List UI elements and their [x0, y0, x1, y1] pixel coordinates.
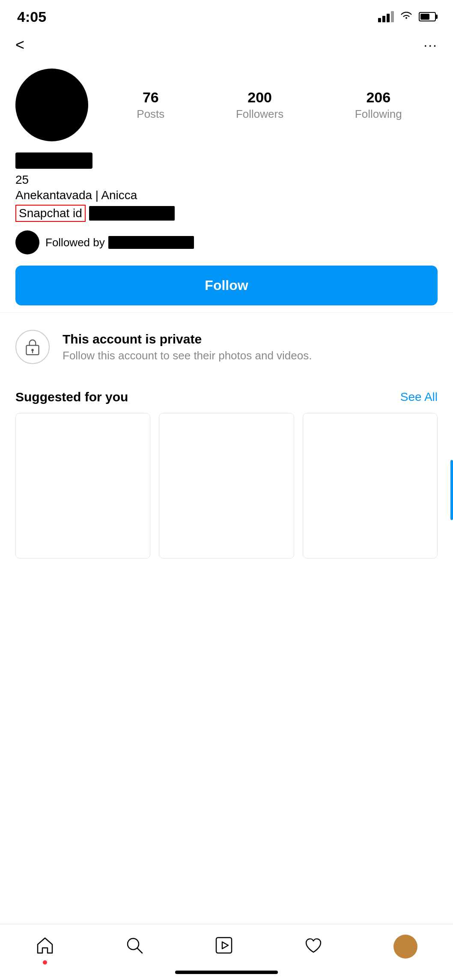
status-bar: 4:05	[0, 0, 453, 30]
nav-reels[interactable]	[215, 936, 233, 958]
home-bar	[175, 971, 278, 974]
profile-info: 25 Anekantavada | Anicca Snapchat id	[0, 146, 453, 222]
nav-home[interactable]	[36, 936, 54, 958]
follower-name-redacted	[108, 236, 194, 249]
suggested-header: Suggested for you See All	[15, 390, 438, 404]
follow-button[interactable]: Follow	[15, 266, 438, 305]
status-time: 4:05	[17, 9, 46, 25]
follower-avatar	[15, 230, 39, 254]
suggested-card-1	[15, 413, 150, 559]
home-icon	[36, 936, 54, 958]
followers-label: Followers	[236, 108, 283, 121]
following-label: Following	[355, 108, 402, 121]
status-icons	[378, 10, 436, 23]
svg-rect-5	[216, 938, 232, 953]
lock-icon	[24, 338, 41, 356]
profile-header: 76 Posts 200 Followers 206 Following	[0, 60, 453, 146]
reels-icon	[215, 936, 233, 958]
followed-by: Followed by	[0, 226, 453, 259]
svg-line-4	[137, 948, 142, 953]
private-text: This account is private Follow this acco…	[63, 332, 312, 362]
following-stat[interactable]: 206 Following	[355, 89, 402, 121]
avatar	[15, 69, 88, 141]
profile-nav-avatar	[393, 935, 417, 959]
svg-point-3	[128, 938, 139, 950]
private-title: This account is private	[63, 332, 312, 347]
suggested-cards	[15, 413, 438, 559]
nav-profile[interactable]	[393, 935, 417, 959]
stats-row: 76 Posts 200 Followers 206 Following	[101, 89, 438, 121]
see-all-button[interactable]: See All	[400, 390, 438, 404]
profile-bio: Anekantavada | Anicca	[15, 188, 438, 202]
svg-marker-6	[222, 942, 228, 949]
snapchat-label: Snapchat id	[15, 205, 86, 222]
following-count: 206	[366, 89, 390, 106]
profile-age: 25	[15, 173, 438, 187]
snapchat-id-redacted	[89, 206, 175, 221]
lock-icon-wrap	[15, 330, 50, 364]
search-icon	[125, 936, 144, 958]
private-subtitle: Follow this account to see their photos …	[63, 349, 312, 362]
activity-icon	[304, 936, 323, 958]
nav-search[interactable]	[125, 936, 144, 958]
home-dot	[43, 960, 47, 965]
suggested-title: Suggested for you	[15, 390, 128, 404]
content-area	[0, 563, 453, 820]
signal-icon	[378, 11, 394, 22]
battery-icon	[419, 12, 436, 21]
followers-count: 200	[247, 89, 272, 106]
private-account-notice: This account is private Follow this acco…	[0, 312, 453, 381]
posts-stat[interactable]: 76 Posts	[137, 89, 164, 121]
profile-snapchat: Snapchat id	[15, 205, 438, 222]
followers-stat[interactable]: 200 Followers	[236, 89, 283, 121]
wifi-icon	[400, 10, 413, 23]
followed-by-text: Followed by	[45, 236, 194, 249]
posts-count: 76	[143, 89, 159, 106]
back-button[interactable]: <	[15, 36, 24, 54]
username-redacted	[15, 152, 92, 169]
suggested-card-2	[159, 413, 294, 559]
follow-button-container: Follow	[0, 259, 453, 312]
nav-activity[interactable]	[304, 936, 323, 958]
more-options-button[interactable]: ···	[423, 37, 438, 53]
posts-label: Posts	[137, 108, 164, 121]
suggested-section: Suggested for you See All	[0, 381, 453, 563]
scroll-indicator	[450, 460, 453, 520]
followed-by-label: Followed by	[45, 236, 105, 249]
suggested-card-3	[303, 413, 438, 559]
top-nav: < ···	[0, 30, 453, 60]
